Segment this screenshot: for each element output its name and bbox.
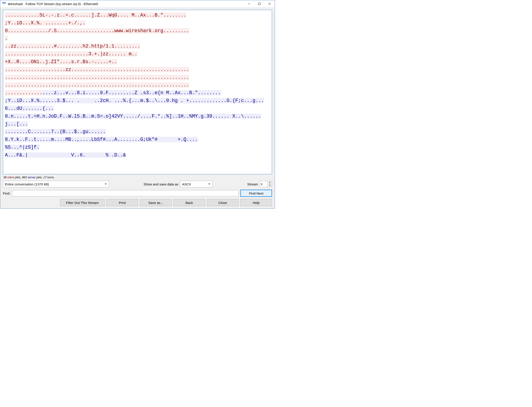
stream-label: Stream xyxy=(247,182,258,186)
help-label: Help xyxy=(253,201,260,205)
svg-rect-1 xyxy=(258,3,260,5)
find-label: Find: xyxy=(3,191,10,195)
save-as-label: Save as... xyxy=(149,201,163,205)
conversation-select[interactable]: Entire conversation (1370 kB) xyxy=(3,181,109,188)
window-controls xyxy=(244,0,275,7)
server-pkt-count: 983 xyxy=(22,176,27,179)
dialog-button-row: Filter Out This Stream Print Save as... … xyxy=(3,199,272,206)
back-button[interactable]: Back xyxy=(173,199,205,206)
stream-scroll[interactable]: ............5L-.-.z..=.c......].Z...WqG.… xyxy=(3,10,272,174)
encoding-select[interactable]: ASCII xyxy=(180,181,213,188)
window-title: Wireshark · Follow TCP Stream (tcp.strea… xyxy=(8,2,98,6)
server-segment[interactable]: ....z...v...8.i.....9.F.........Z .s3..e… xyxy=(5,90,264,150)
print-label: Print xyxy=(119,201,126,205)
server-segment[interactable]: A...F&.| V..6. % .D..& xyxy=(5,152,126,158)
client-label: client xyxy=(7,176,14,179)
stream-text[interactable]: ............5L-.-.z..=.c......].Z...WqG.… xyxy=(5,11,271,159)
close-button[interactable]: Close xyxy=(207,199,239,206)
dialog-window: Wireshark · Follow TCP Stream (tcp.strea… xyxy=(0,0,275,209)
minimize-button[interactable] xyxy=(244,0,254,7)
stream-spin-up[interactable]: ▲ xyxy=(268,181,272,184)
turns-count: 17 turns. xyxy=(43,176,55,179)
stats-text2: pkts, xyxy=(36,176,44,179)
stream-number-input[interactable] xyxy=(260,181,267,187)
help-button[interactable]: Help xyxy=(240,199,272,206)
stream-number-spinner[interactable]: ▲ ▼ xyxy=(260,181,272,187)
find-next-button[interactable]: Find Next xyxy=(240,190,272,197)
filter-out-button[interactable]: Filter Out This Stream xyxy=(60,199,105,206)
close-window-button[interactable] xyxy=(265,0,275,7)
dialog-content: ............5L-.-.z..=.c......].Z...WqG.… xyxy=(0,8,275,208)
print-button[interactable]: Print xyxy=(106,199,138,206)
conversation-select-value: Entire conversation (1370 kB) xyxy=(5,182,49,186)
find-row: Find: Find Next xyxy=(3,190,272,197)
stats-text: pkts, xyxy=(14,176,22,179)
show-save-label: Show and save data as xyxy=(143,182,178,186)
client-pkt-count: 38 xyxy=(3,176,7,179)
server-label: server xyxy=(27,176,35,179)
titlebar: Wireshark · Follow TCP Stream (tcp.strea… xyxy=(0,0,275,8)
client-segment[interactable]: ............5L-.-.z..=.c......].Z...WqG.… xyxy=(5,13,186,26)
client-segment[interactable]: ..zz.............#.........h2.http/1.1..… xyxy=(5,44,140,64)
back-label: Back xyxy=(185,201,193,205)
encoding-select-value: ASCII xyxy=(182,182,191,186)
client-segment[interactable]: 0............../.5....................ww… xyxy=(5,28,189,41)
filter-out-label: Filter Out This Stream xyxy=(66,201,99,205)
wireshark-fin-icon xyxy=(2,2,6,6)
save-as-button[interactable]: Save as... xyxy=(140,199,172,206)
stream-spin-down[interactable]: ▼ xyxy=(268,184,272,187)
maximize-button[interactable] xyxy=(254,0,265,7)
find-next-label: Find Next xyxy=(249,191,263,195)
conversation-controls-row: Entire conversation (1370 kB) Show and s… xyxy=(3,181,272,188)
find-input[interactable] xyxy=(12,190,239,196)
close-label: Close xyxy=(219,201,227,205)
stream-content-box: ............5L-.-.z..=.c......].Z...WqG.… xyxy=(3,10,272,174)
packet-stats: 38 client pkts, 983 server pkts, 17 turn… xyxy=(3,176,272,179)
